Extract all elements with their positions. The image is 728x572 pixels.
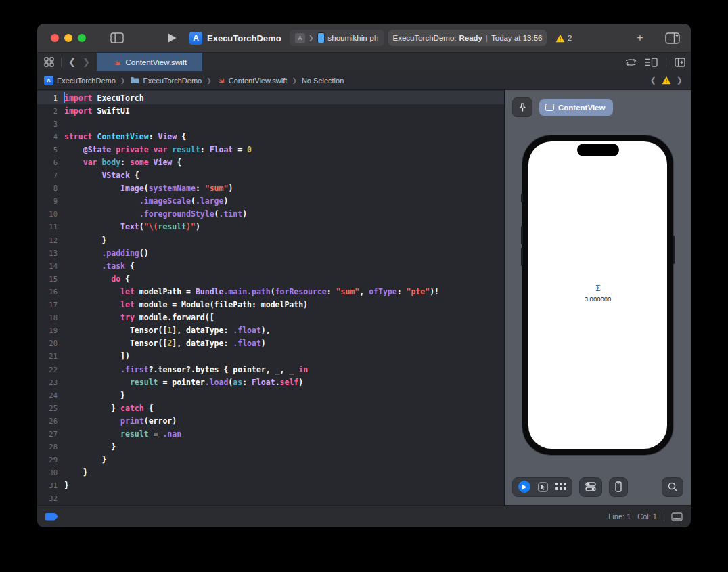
add-editor-icon[interactable] (675, 58, 685, 67)
breadcrumb-selection[interactable]: No Selection (302, 76, 344, 85)
breadcrumb-file[interactable]: ContentView.swift (217, 76, 288, 85)
line-number[interactable]: 5 (37, 146, 58, 154)
zoom-window-button[interactable] (78, 34, 86, 42)
go-forward-icon[interactable]: ❯ (83, 57, 90, 67)
run-destination-name[interactable]: shoumikhin-ph (328, 34, 379, 42)
code-line[interactable]: 28 } (37, 441, 504, 454)
toggle-navigator-icon[interactable] (110, 32, 124, 43)
line-number[interactable]: 18 (37, 313, 58, 322)
line-number[interactable]: 27 (37, 430, 58, 438)
breadcrumb-project[interactable]: A ExecuTorchDemo (44, 76, 116, 85)
code-line[interactable]: 13 .padding() (37, 246, 504, 259)
line-number[interactable]: 15 (37, 275, 58, 283)
line-number[interactable]: 21 (37, 352, 58, 360)
code-line[interactable]: 32 (37, 492, 504, 505)
line-number[interactable]: 24 (37, 391, 58, 399)
line-number[interactable]: 20 (37, 339, 58, 347)
line-number[interactable]: 9 (37, 197, 58, 205)
code-line[interactable]: 8 Image(systemName: "sum") (37, 182, 504, 195)
pin-preview-button[interactable] (512, 97, 532, 117)
toggle-debug-area-icon[interactable] (671, 512, 683, 521)
line-number[interactable]: 16 (37, 288, 58, 296)
code-line[interactable]: 1import ExecuTorch (37, 91, 504, 104)
device-preview-button[interactable] (609, 477, 628, 497)
code-line[interactable]: 29 } (37, 454, 504, 466)
related-items-icon[interactable] (44, 57, 54, 67)
line-number[interactable]: 23 (37, 378, 58, 387)
device-screen[interactable]: Σ 3.000000 (528, 141, 667, 449)
code-line[interactable]: 17 let module = Module(filePath: modelPa… (37, 299, 504, 311)
activity-status[interactable]: ExecuTorchDemo: Ready | Today at 13:56 (388, 30, 547, 46)
line-number[interactable]: 28 (37, 443, 58, 451)
line-number[interactable]: 12 (37, 236, 58, 244)
device-settings-button[interactable] (579, 477, 602, 497)
code-line[interactable]: 7 VStack { (37, 169, 504, 182)
go-back-icon[interactable]: ❮ (68, 57, 76, 67)
line-number[interactable]: 8 (37, 184, 58, 192)
code-line[interactable]: 2import SwiftUI (37, 104, 504, 117)
code-line[interactable]: 31} (37, 479, 504, 492)
breadcrumb-group[interactable]: ExecuTorchDemo (130, 76, 202, 85)
preview-target-pill[interactable]: ContentView (539, 99, 613, 116)
next-issue-icon[interactable]: ❯ (677, 76, 683, 85)
code-line[interactable]: 24 } (37, 389, 504, 401)
code-line[interactable]: 6 var body: some View { (37, 156, 504, 169)
adjust-editor-options-icon[interactable] (645, 58, 658, 67)
code-review-icon[interactable] (625, 58, 637, 66)
line-number[interactable]: 17 (37, 301, 58, 309)
live-preview-button[interactable] (518, 481, 530, 493)
line-number[interactable]: 3 (37, 120, 58, 128)
line-number[interactable]: 30 (37, 468, 58, 477)
line-number[interactable]: 22 (37, 366, 58, 374)
line-number[interactable]: 19 (37, 326, 58, 334)
code-line[interactable]: 26 print(error) (37, 414, 504, 427)
line-number[interactable]: 11 (37, 223, 58, 231)
close-window-button[interactable] (51, 34, 59, 42)
code-line[interactable]: 30 } (37, 466, 504, 479)
line-number[interactable]: 4 (37, 133, 58, 141)
line-number[interactable]: 7 (37, 171, 58, 179)
line-number[interactable]: 6 (37, 158, 58, 167)
line-number[interactable]: 2 (37, 107, 58, 115)
line-number[interactable]: 13 (37, 249, 58, 257)
run-button[interactable] (167, 32, 177, 43)
breakpoint-icon[interactable] (45, 513, 58, 521)
code-line[interactable]: 3 (37, 117, 504, 130)
code-line[interactable]: 23 result = pointer.load(as: Float.self) (37, 376, 504, 389)
editor-layout-icon[interactable] (665, 32, 680, 44)
code-line[interactable]: 25 } catch { (37, 401, 504, 414)
line-number[interactable]: 29 (37, 456, 58, 464)
code-line[interactable]: 16 let modelPath = Bundle.main.path(forR… (37, 285, 504, 298)
variants-mode-button[interactable] (555, 483, 566, 491)
line-number[interactable]: 1 (37, 94, 58, 102)
code-line[interactable]: 12 } (37, 234, 504, 246)
code-line[interactable]: 27 result = .nan (37, 427, 504, 440)
code-line[interactable]: 18 try module.forward([ (37, 311, 504, 324)
source-editor[interactable]: 1import ExecuTorch2import SwiftUI34struc… (37, 90, 505, 505)
code-line[interactable]: 14 .task { (37, 259, 504, 272)
line-number[interactable]: 26 (37, 417, 58, 425)
code-line[interactable]: 22 .first?.tensor?.bytes { pointer, _, _… (37, 363, 504, 376)
code-line[interactable]: 19 Tensor([1], dataType: .float), (37, 324, 504, 337)
line-number[interactable]: 14 (37, 262, 58, 270)
tab-contentview-swift[interactable]: ContentView.swift (97, 53, 202, 71)
warning-icon[interactable] (662, 76, 671, 85)
code-line[interactable]: 5 @State private var result: Float = 0 (37, 143, 504, 156)
minimize-window-button[interactable] (64, 34, 72, 42)
warnings-indicator[interactable]: 2 (555, 34, 572, 43)
code-line[interactable]: 4struct ContentView: View { (37, 130, 504, 143)
scheme-selector[interactable]: A ❯ shoumikhin-ph (290, 30, 384, 46)
new-tab-button[interactable]: + (637, 31, 643, 45)
selectable-mode-button[interactable] (538, 482, 548, 492)
code-line[interactable]: 15 do { (37, 272, 504, 285)
code-line[interactable]: 21 ]) (37, 350, 504, 363)
code-line[interactable]: 9 .imageScale(.large) (37, 195, 504, 208)
line-number[interactable]: 25 (37, 404, 58, 412)
zoom-preview-button[interactable] (662, 477, 683, 497)
line-number[interactable]: 32 (37, 494, 58, 502)
line-number[interactable]: 31 (37, 481, 58, 489)
line-number[interactable]: 10 (37, 210, 58, 218)
code-line[interactable]: 11 Text("\(result)") (37, 221, 504, 234)
code-line[interactable]: 10 .foregroundStyle(.tint) (37, 208, 504, 221)
previous-issue-icon[interactable]: ❮ (650, 76, 656, 85)
